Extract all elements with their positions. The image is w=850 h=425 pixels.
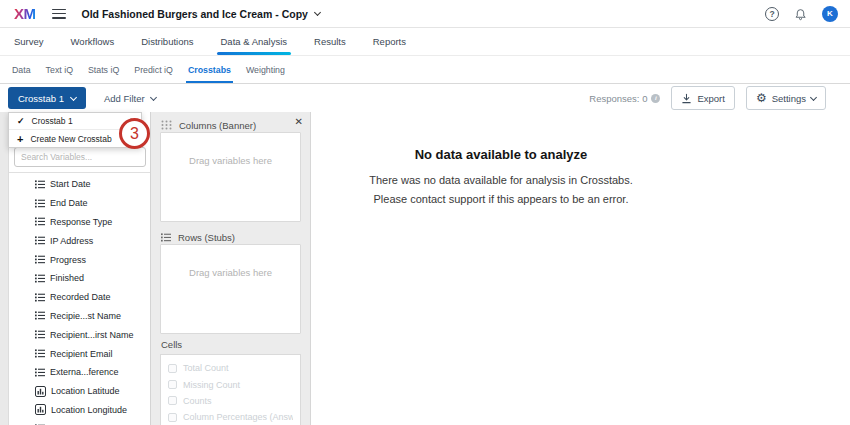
cell-option-label: Missing Count bbox=[183, 380, 240, 390]
export-button[interactable]: Export bbox=[671, 86, 734, 110]
variable-item[interactable]: Distrib...Channel bbox=[9, 419, 150, 425]
columns-banner-label: Columns (Banner) bbox=[179, 120, 256, 131]
cell-option-missing-count[interactable]: Missing Count bbox=[168, 376, 293, 392]
cell-option-label: Column Percentages (Answering) bbox=[183, 412, 293, 422]
variable-item[interactable]: End Date bbox=[9, 194, 150, 213]
info-icon[interactable]: i bbox=[651, 94, 660, 103]
variables-panel: Start Date End Date Response Type IP Add… bbox=[9, 112, 151, 425]
rows-stubs-header: Rows (Stubs) bbox=[151, 226, 310, 244]
checkbox[interactable] bbox=[168, 364, 177, 373]
subtab-crosstabs[interactable]: Crosstabs bbox=[186, 56, 233, 83]
variable-label: Externa...ference bbox=[50, 367, 119, 377]
top-bar: XM Old Fashioned Burgers and Ice Cream -… bbox=[0, 0, 850, 28]
chevron-down-icon bbox=[150, 93, 157, 100]
hamburger-menu-icon[interactable] bbox=[52, 9, 66, 19]
rows-stubs-label: Rows (Stubs) bbox=[178, 232, 235, 243]
empty-state-line2: Please contact support if this appears t… bbox=[321, 190, 681, 209]
variable-item[interactable]: Location Longitude bbox=[9, 401, 150, 420]
tab-survey[interactable]: Survey bbox=[14, 28, 44, 55]
columns-dropzone[interactable]: Drag variables here bbox=[160, 132, 301, 222]
subtab-stats-iq[interactable]: Stats iQ bbox=[86, 56, 121, 83]
cells-header: Cells bbox=[151, 339, 310, 352]
user-avatar[interactable]: K bbox=[822, 6, 838, 22]
add-filter-button[interactable]: Add Filter bbox=[104, 93, 156, 104]
notifications-bell-icon[interactable] bbox=[794, 7, 807, 21]
list-icon bbox=[35, 293, 45, 302]
list-icon bbox=[35, 330, 45, 339]
help-icon[interactable]: ? bbox=[765, 7, 779, 21]
variable-item[interactable]: Recipient...irst Name bbox=[9, 325, 150, 344]
results-area: No data available to analyze There was n… bbox=[311, 112, 850, 425]
close-icon[interactable]: ✕ bbox=[295, 117, 303, 127]
list-icon bbox=[35, 349, 45, 358]
tab-workflows[interactable]: Workflows bbox=[71, 28, 115, 55]
drag-handle-icon[interactable] bbox=[161, 120, 172, 130]
crosstab-selector-button[interactable]: Crosstab 1 bbox=[8, 87, 86, 109]
list-icon bbox=[35, 311, 45, 320]
cell-option-total-count[interactable]: Total Count bbox=[168, 360, 293, 376]
checkbox[interactable] bbox=[168, 396, 177, 405]
cell-option-column-percentages[interactable]: Column Percentages (Answering) bbox=[168, 409, 293, 425]
variable-item[interactable]: Recipie...st Name bbox=[9, 307, 150, 326]
variable-item[interactable]: Response Type bbox=[9, 213, 150, 232]
list-icon bbox=[161, 233, 171, 242]
variable-item[interactable]: Recipient Email bbox=[9, 344, 150, 363]
checkbox[interactable] bbox=[168, 413, 177, 422]
variable-item[interactable]: Finished bbox=[9, 269, 150, 288]
variables-list: Start Date End Date Response Type IP Add… bbox=[9, 172, 150, 425]
gear-icon: ⚙ bbox=[756, 92, 767, 104]
annotation-step-circle: 3 bbox=[119, 118, 150, 149]
search-variables-input[interactable] bbox=[14, 147, 146, 167]
subtab-data[interactable]: Data bbox=[10, 56, 33, 83]
variable-label: Progress bbox=[50, 255, 86, 265]
survey-title-chevron-down-icon[interactable] bbox=[314, 9, 321, 16]
download-icon bbox=[681, 93, 692, 104]
variable-label: Location Latitude bbox=[51, 386, 120, 396]
responses-count: Responses: 0 i bbox=[589, 93, 660, 104]
settings-label: Settings bbox=[772, 93, 806, 104]
variable-item[interactable]: Recorded Date bbox=[9, 288, 150, 307]
list-icon bbox=[35, 274, 45, 283]
cells-options-box: Total Count Missing Count Counts Column … bbox=[160, 354, 301, 425]
checkbox[interactable] bbox=[168, 380, 177, 389]
variable-label: Recorded Date bbox=[50, 292, 111, 302]
list-icon bbox=[35, 236, 45, 245]
list-icon bbox=[35, 255, 45, 264]
variable-label: Recipient...irst Name bbox=[50, 330, 134, 340]
plus-icon: + bbox=[17, 133, 23, 145]
cell-option-counts[interactable]: Counts bbox=[168, 393, 293, 409]
settings-button[interactable]: ⚙ Settings bbox=[746, 86, 826, 110]
tab-results[interactable]: Results bbox=[314, 28, 346, 55]
topbar-actions: ? K bbox=[765, 6, 838, 22]
variable-item[interactable]: Progress bbox=[9, 250, 150, 269]
variable-label: End Date bbox=[50, 198, 88, 208]
chevron-down-icon bbox=[70, 93, 77, 100]
responses-label: Responses: 0 bbox=[589, 93, 647, 104]
subtab-text-iq[interactable]: Text iQ bbox=[44, 56, 75, 83]
variable-label: IP Address bbox=[50, 236, 93, 246]
survey-title: Old Fashioned Burgers and Ice Cream - Co… bbox=[82, 8, 308, 20]
menu-item-label: Crosstab 1 bbox=[32, 116, 73, 126]
variable-item[interactable]: Externa...ference bbox=[9, 363, 150, 382]
checkmark-icon: ✓ bbox=[17, 116, 25, 126]
empty-state-line1: There was no data available for analysis… bbox=[321, 171, 681, 190]
crosstab-selector-label: Crosstab 1 bbox=[18, 93, 64, 104]
export-label: Export bbox=[697, 93, 724, 104]
variable-item[interactable]: Location Latitude bbox=[9, 382, 150, 401]
subtab-predict-iq[interactable]: Predict iQ bbox=[132, 56, 175, 83]
tab-distributions[interactable]: Distributions bbox=[141, 28, 193, 55]
subtab-weighting[interactable]: Weighting bbox=[244, 56, 287, 83]
list-icon bbox=[35, 180, 45, 189]
variable-label: Location Longitude bbox=[51, 405, 127, 415]
crosstabs-toolbar: Crosstab 1 Add Filter Responses: 0 i Exp… bbox=[0, 84, 850, 112]
columns-banner-header: Columns (Banner) bbox=[151, 112, 310, 132]
xm-logo: XM bbox=[14, 5, 36, 22]
main-nav: Survey Workflows Distributions Data & An… bbox=[0, 28, 850, 56]
list-icon bbox=[35, 368, 45, 377]
variable-item[interactable]: Start Date bbox=[9, 175, 150, 194]
rows-dropzone[interactable]: Drag variables here bbox=[160, 244, 301, 334]
tab-data-analysis[interactable]: Data & Analysis bbox=[221, 28, 288, 55]
cell-option-label: Total Count bbox=[183, 363, 229, 373]
variable-item[interactable]: IP Address bbox=[9, 231, 150, 250]
tab-reports[interactable]: Reports bbox=[373, 28, 406, 55]
